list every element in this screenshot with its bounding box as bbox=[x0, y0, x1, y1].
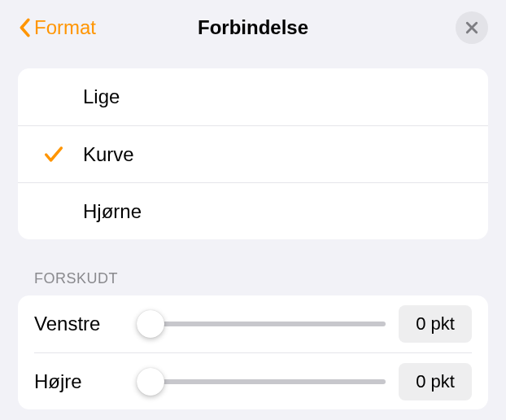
offset-label: Højre bbox=[34, 370, 124, 393]
check-column bbox=[34, 143, 83, 166]
connection-type-item[interactable]: Hjørne bbox=[18, 182, 488, 239]
connection-type-item[interactable]: Kurve bbox=[18, 125, 488, 182]
slider-wrap bbox=[137, 322, 386, 326]
offset-label: Venstre bbox=[34, 313, 124, 335]
back-button[interactable]: Format bbox=[18, 16, 96, 39]
connection-type-label: Kurve bbox=[83, 143, 134, 166]
close-icon bbox=[465, 21, 478, 34]
checkmark-icon bbox=[42, 143, 65, 166]
chevron-left-icon bbox=[18, 18, 31, 37]
offset-section-header: FORSKUDT bbox=[34, 270, 488, 287]
offset-value-left[interactable]: 0 pkt bbox=[399, 305, 472, 343]
connection-type-item[interactable]: Lige bbox=[18, 68, 488, 125]
offset-group: Venstre 0 pkt Højre 0 pkt bbox=[18, 295, 488, 409]
offset-row-right: Højre 0 pkt bbox=[34, 352, 472, 409]
offset-slider-left[interactable] bbox=[137, 322, 386, 326]
slider-wrap bbox=[137, 379, 386, 384]
header-bar: Format Forbindelse bbox=[0, 0, 506, 55]
content-area: Lige Kurve Hjørne FORSKUDT Venstre 0 pkt… bbox=[0, 55, 506, 409]
connection-type-label: Hjørne bbox=[83, 200, 142, 223]
offset-slider-right[interactable] bbox=[137, 379, 386, 384]
offset-value-right[interactable]: 0 pkt bbox=[399, 363, 472, 400]
offset-row-left: Venstre 0 pkt bbox=[34, 295, 472, 352]
close-button[interactable] bbox=[456, 11, 488, 44]
connection-type-label: Lige bbox=[83, 85, 120, 108]
connection-type-list: Lige Kurve Hjørne bbox=[18, 68, 488, 239]
back-label: Format bbox=[34, 16, 96, 39]
page-title: Forbindelse bbox=[198, 16, 308, 39]
